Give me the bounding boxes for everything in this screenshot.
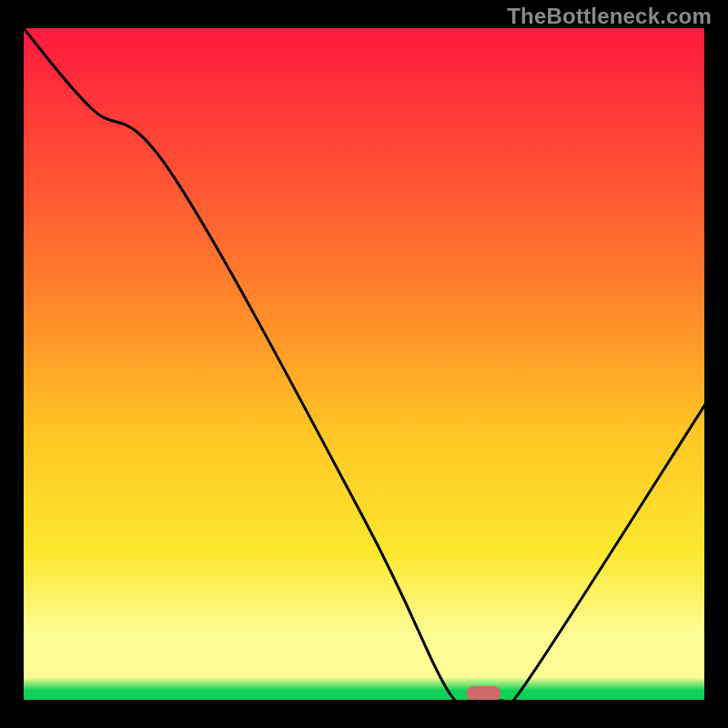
chart-container: TheBottleneck.com — [0, 0, 728, 728]
bottleneck-chart — [0, 0, 728, 728]
optimal-marker — [467, 686, 501, 701]
gradient-background — [23, 27, 705, 701]
